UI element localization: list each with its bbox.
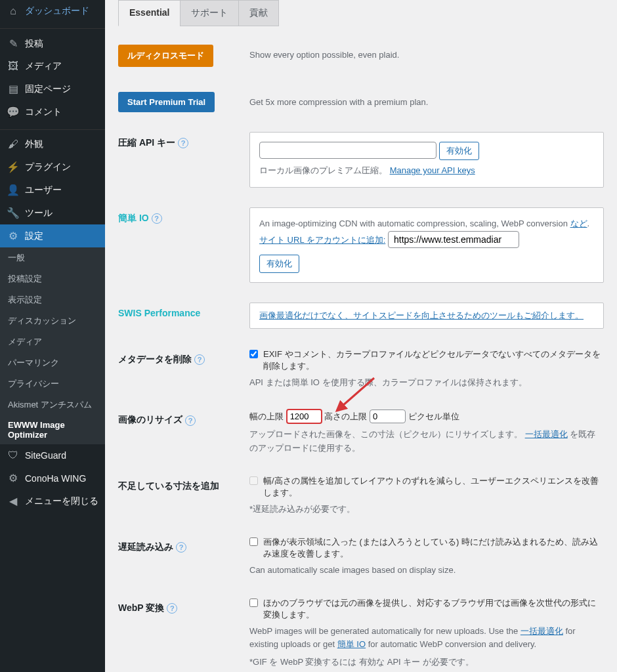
height-label: 高さの上限 xyxy=(324,411,367,421)
bulk-optimize-link[interactable]: 一括最適化 xyxy=(525,429,568,439)
menu-icon: 💬 xyxy=(7,106,20,118)
sidebar-item[interactable]: ⚙設定 xyxy=(0,224,105,247)
sidebar-item[interactable]: ⚡プラグイン xyxy=(0,156,105,178)
premium-trial-button[interactable]: Start Premium Trial xyxy=(118,92,215,112)
api-activate-button[interactable]: 有効化 xyxy=(439,142,479,160)
menu-icon: ✎ xyxy=(7,37,20,50)
ludicrous-desc: Show every option possible, even plaid. xyxy=(249,43,604,62)
api-desc: ローカル画像のプレミアム圧縮。 xyxy=(259,165,387,175)
easyio-etc-link[interactable]: など xyxy=(570,219,587,228)
sidebar-sub-item[interactable]: 投稿設定 xyxy=(0,268,105,289)
sidebar-item[interactable]: 👤ユーザー xyxy=(0,178,105,201)
webp-checkbox[interactable] xyxy=(249,598,258,607)
admin-sidebar: ⌂ダッシュボード✎投稿🖾メディア▤固定ページ💬コメント🖌外観⚡プラグイン👤ユーザ… xyxy=(0,0,105,672)
max-width-input[interactable] xyxy=(286,409,322,424)
swis-label: SWIS Performance xyxy=(118,308,200,318)
sidebar-item[interactable]: 🛡SiteGuard xyxy=(0,444,105,467)
dims-label: 不足している寸法を追加 xyxy=(118,480,219,491)
sidebar-sub-item[interactable]: プライバシー xyxy=(0,373,105,394)
bulk-optimize-link[interactable]: 一括最適化 xyxy=(521,626,563,636)
easyio-text: An image-optimizing CDN with automatic c… xyxy=(259,219,568,228)
menu-icon: ⚙ xyxy=(7,472,20,484)
main-content: Essential サポート 貢献 ルディクロスモード Show every o… xyxy=(105,0,617,672)
lazy-label: 遅延読み込み xyxy=(118,541,173,552)
unit-label: ピクセル単位 xyxy=(408,411,459,421)
easyio-activate-button[interactable]: 有効化 xyxy=(259,255,299,273)
lazy-ck-label: 画像が表示領域に入った (または入ろうとしている) 時にだけ読み込まれるため、読… xyxy=(263,536,604,560)
help-icon[interactable]: ? xyxy=(176,542,186,553)
sidebar-item[interactable]: 💬コメント xyxy=(0,100,105,123)
help-icon[interactable]: ? xyxy=(152,213,162,224)
tab-support[interactable]: サポート xyxy=(180,0,239,26)
width-label: 幅の上限 xyxy=(249,411,284,421)
add-site-url-link[interactable]: サイト URL をアカウントに追加: xyxy=(259,235,385,245)
tab-essential[interactable]: Essential xyxy=(118,0,181,26)
webp-label: WebP 変換 xyxy=(118,602,164,613)
dims-checkbox[interactable] xyxy=(249,476,258,485)
resize-label: 画像のリサイズ xyxy=(118,414,182,425)
sidebar-item[interactable]: ⚙ConoHa WING xyxy=(0,467,105,490)
menu-icon: 🖌 xyxy=(7,138,20,150)
menu-icon: 🖾 xyxy=(7,60,20,72)
resize-desc-pre: アップロードされた画像を、この寸法（ピクセル）にリサイズします。 xyxy=(249,429,522,439)
sidebar-sub-item[interactable]: メディア xyxy=(0,331,105,352)
premium-desc: Get 5x more compression with a premium p… xyxy=(249,91,604,110)
sidebar-item[interactable]: 🔧ツール xyxy=(0,201,105,224)
max-height-input[interactable] xyxy=(370,410,406,423)
site-url-input[interactable] xyxy=(388,231,519,248)
api-key-label: 圧縮 API キー xyxy=(118,137,175,148)
help-icon[interactable]: ? xyxy=(178,138,188,148)
menu-icon: 👤 xyxy=(7,184,20,196)
ludicrous-button[interactable]: ルディクロスモード xyxy=(118,45,213,67)
lazy-checkbox[interactable] xyxy=(249,537,258,546)
webp-note: *GIF を WebP 変換するには 有効な API キー が必要です。 xyxy=(249,656,604,669)
api-key-input[interactable] xyxy=(259,142,436,159)
manage-api-keys-link[interactable]: Manage your API keys xyxy=(390,165,475,175)
sidebar-sub-item[interactable]: EWWW Image Optimizer xyxy=(0,415,105,444)
help-icon[interactable]: ? xyxy=(185,415,196,426)
menu-icon: 🛡 xyxy=(7,450,20,461)
tab-bar: Essential サポート 貢献 xyxy=(118,0,604,26)
sidebar-sub-item[interactable]: ディスカッション xyxy=(0,310,105,331)
help-icon[interactable]: ? xyxy=(194,354,205,365)
sidebar-item[interactable]: 🖾メディア xyxy=(0,55,105,77)
lazy-desc: Can automatically scale images based on … xyxy=(249,564,604,578)
sidebar-item[interactable]: ✎投稿 xyxy=(0,32,105,55)
menu-icon: ▤ xyxy=(7,83,20,95)
webp-ck-label: ほかのブラウザでは元の画像を提供し、対応するブラウザ用では画像を次世代の形式に変… xyxy=(263,597,604,621)
sidebar-item[interactable]: 🖌外観 xyxy=(0,133,105,156)
tab-contribute[interactable]: 貢献 xyxy=(238,0,279,26)
dims-ck-label: 幅/高さの属性を追加してレイアウトのずれを減らし、ユーザーエクスペリエンスを改善… xyxy=(263,475,604,499)
menu-icon: 🔧 xyxy=(7,207,20,219)
dims-note: *遅延読み込みが必要です。 xyxy=(249,503,604,516)
sidebar-submenu: 一般投稿設定表示設定ディスカッションメディアパーマリンクプライバシーAkisme… xyxy=(0,247,105,444)
sidebar-item[interactable]: ▤固定ページ xyxy=(0,77,105,100)
easyio-label: 簡単 IO xyxy=(118,213,149,223)
sidebar-sub-item[interactable]: Akismet アンチスパム xyxy=(0,394,105,415)
menu-icon: ⌂ xyxy=(7,5,20,17)
sidebar-sub-item[interactable]: 表示設定 xyxy=(0,289,105,310)
metadata-checkbox[interactable] xyxy=(249,350,258,358)
metadata-ck-label: EXIF やコメント、カラープロファイルなどピクセルデータでないすべてのメタデー… xyxy=(263,348,604,372)
metadata-desc: API または簡単 IO を使用する際、カラープロファイルは保持されます。 xyxy=(249,376,604,390)
help-icon[interactable]: ? xyxy=(167,603,177,614)
metadata-label: メタデータを削除 xyxy=(118,354,192,364)
menu-icon: ⚡ xyxy=(7,161,20,173)
sidebar-item[interactable]: ◀メニューを閉じる xyxy=(0,490,105,513)
easyio-link[interactable]: 簡単 IO xyxy=(337,639,366,649)
menu-icon: ◀ xyxy=(7,495,20,507)
sidebar-item[interactable]: ⌂ダッシュボード xyxy=(0,0,105,22)
swis-link[interactable]: 画像最適化だけでなく、サイトスピードを向上させるためのツールもご紹介します。 xyxy=(259,310,584,320)
sidebar-sub-item[interactable]: パーマリンク xyxy=(0,352,105,373)
menu-icon: ⚙ xyxy=(7,230,20,242)
sidebar-sub-item[interactable]: 一般 xyxy=(0,247,105,268)
